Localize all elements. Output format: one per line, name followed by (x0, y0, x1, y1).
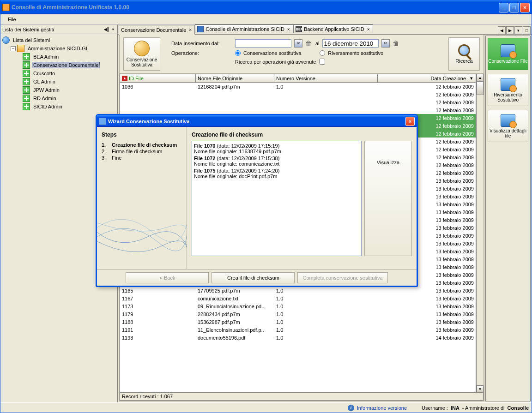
action-icon (501, 78, 515, 91)
sidebar-item[interactable]: RD Admin (2, 94, 115, 102)
role-label: - Amministratore di (462, 405, 505, 411)
th-versione[interactable]: Numero Versione (274, 74, 378, 82)
scroll-thumb[interactable] (477, 81, 484, 95)
sidebar-menu-icon[interactable]: ▾ (110, 26, 115, 32)
tab-close-icon[interactable]: × (188, 27, 193, 32)
table-row[interactable]: 1193documento55196.pdf1.014 febbraio 200… (120, 334, 476, 341)
titlebar: Consolle di Amministrazione Unificata 1.… (0, 0, 532, 14)
tab[interactable]: BEABackend Applicativo SICID× (293, 24, 373, 33)
tab-prev-icon[interactable]: ◀ (498, 26, 506, 34)
action-button[interactable]: Riversamento Sostitutivo (488, 74, 528, 106)
radio-conservazione[interactable] (235, 50, 241, 56)
table-row[interactable]: 1167comunicazione.txt1.013 febbraio 2009 (120, 294, 476, 302)
wizard-step: 2.Firma file di checksum (102, 148, 182, 155)
tree-group[interactable]: − Amministrazione SICID-GL (2, 44, 115, 53)
plus-icon (23, 103, 30, 110)
tree-root[interactable]: Lista dei Sistemi (2, 36, 115, 44)
version-info-link[interactable]: Informazione versione (357, 405, 407, 411)
wizard-dialog: Wizard Conservazione Sostitutiva × Steps… (96, 114, 418, 287)
back-button[interactable]: < Back (126, 272, 209, 283)
tab-close-icon[interactable]: × (286, 27, 291, 32)
tab[interactable]: Consolle di Amministrazione SICID× (195, 24, 293, 33)
radio-riversamento-label: Riversamento sostitutivo (328, 50, 383, 56)
table-row[interactable]: 12 febbraio 2009 (120, 98, 476, 106)
complete-button[interactable]: Completa conservazione sostitutiva (297, 272, 387, 283)
sidebar-item[interactable]: BEA Admin (2, 53, 115, 61)
tab-next-icon[interactable]: ▶ (506, 26, 514, 34)
globe-icon (2, 36, 10, 44)
sidebar-item[interactable]: Conservazione Documentale (2, 61, 115, 69)
disc-icon (134, 41, 150, 56)
steps-header: Steps (102, 132, 182, 138)
table-row[interactable]: 118815362987.pdf.p7m1.013 febbraio 2009 (120, 318, 476, 326)
plus-icon (23, 53, 30, 60)
app-name: Consolle (508, 405, 529, 411)
th-idfile[interactable]: ▲ID File (120, 74, 196, 82)
sidebar-item[interactable]: SICID Admin (2, 102, 115, 111)
scroll-up-icon[interactable]: ▲ (477, 74, 484, 81)
checksum-file-list[interactable]: File 1070 (data: 12/02/2009 17:15:19)Nom… (192, 141, 362, 256)
tab-close-icon[interactable]: × (366, 27, 371, 32)
clear-from-icon[interactable]: 🗑 (305, 40, 313, 47)
sort-asc-icon: ▲ (122, 76, 127, 81)
th-nome[interactable]: Nome File Originale (196, 74, 274, 82)
sidebar-title: Lista dei Sistemi gestiti (2, 27, 103, 32)
date-to-input[interactable] (322, 39, 379, 48)
scroll-down-icon[interactable]: ▼ (477, 385, 484, 393)
tab-max-icon[interactable]: □ (523, 26, 531, 34)
dialog-titlebar: Wizard Conservazione Sostitutiva × (97, 115, 417, 127)
collapse-icon[interactable]: − (11, 46, 16, 51)
table-row[interactable]: 116517709925.pdf.p7m1.013 febbraio 2009 (120, 287, 476, 294)
table-row[interactable]: 117922882434.pdf.p7m1.013 febbraio 2009 (120, 310, 476, 318)
wizard-content-title: Creazione file di checksum (192, 132, 412, 138)
radio-riversamento[interactable] (320, 50, 325, 56)
search-button[interactable]: Ricerca (448, 37, 480, 71)
date-to-label: al (315, 41, 320, 46)
sidebar-item[interactable]: Cruscotto (2, 69, 115, 78)
calendar-from-icon[interactable]: 16 (294, 39, 302, 48)
table-row[interactable]: 12 febbraio 2009 (120, 90, 476, 98)
window-title: Consolle di Amministrazione Unificata 1.… (12, 4, 499, 11)
th-options-icon[interactable]: ▾ (468, 74, 476, 82)
sidebar-collapse-icon[interactable]: ◀∥ (103, 26, 111, 32)
tab[interactable]: Conservazione Documentale× (119, 25, 195, 35)
info-icon[interactable]: i (348, 405, 354, 411)
table-row[interactable]: 119111_ElencoInsinuazioni.pdf.p..1.013 f… (120, 326, 476, 334)
menubar: File (0, 14, 532, 24)
plus-icon (23, 95, 30, 102)
date-from-label: Data Inserimento dal: (171, 41, 232, 46)
maximize-button[interactable]: □ (509, 3, 519, 12)
create-checksum-button[interactable]: Crea il file di checksum (212, 272, 295, 283)
folder-icon (17, 45, 24, 52)
wizard-step: 3.Fine (102, 155, 182, 161)
action-button[interactable]: Conservazione File (488, 38, 528, 70)
calendar-to-icon[interactable]: 16 (381, 39, 390, 48)
dialog-close-button[interactable]: × (405, 117, 415, 126)
visualizza-button[interactable]: Visualizza (364, 141, 412, 256)
table-row[interactable]: 103612168204.pdf.p7m1.012 febbraio 2009 (120, 83, 476, 90)
sidebar-item[interactable]: JPW Admin (2, 86, 115, 94)
close-button[interactable]: × (520, 3, 530, 12)
table-row[interactable]: 117309_RinunciaInsinuazione.pd..1.013 fe… (120, 302, 476, 310)
th-data[interactable]: Data Creazione (378, 74, 468, 82)
dialog-icon (99, 118, 106, 125)
plus-icon (23, 61, 30, 69)
app-tab-icon (197, 26, 204, 32)
sidebar-item[interactable]: GL Admin (2, 78, 115, 86)
menu-file[interactable]: File (4, 15, 20, 24)
clear-to-icon[interactable]: 🗑 (393, 40, 400, 47)
action-button[interactable]: Visualizza dettagli file (488, 110, 528, 142)
wizard-content: Creazione file di checksum File 1070 (da… (187, 127, 417, 269)
table-header: ▲ID File Nome File Originale Numero Vers… (120, 74, 476, 83)
tab-list-icon[interactable]: ▾ (514, 26, 522, 34)
conservazione-sostitutiva-button[interactable]: Conservazione Sostitutiva (123, 37, 160, 71)
action-icon (501, 44, 515, 57)
ricerca-avvenute-label: Ricerca per operazioni già avvenute (235, 59, 316, 65)
date-from-input[interactable] (235, 39, 291, 48)
search-icon (458, 44, 470, 56)
table-row[interactable]: 12 febbraio 2009 (120, 106, 476, 114)
ricerca-avvenute-checkbox[interactable] (319, 59, 325, 65)
app-icon (2, 4, 10, 11)
minimize-button[interactable]: _ (499, 3, 508, 12)
vertical-scrollbar[interactable]: ▲ ▼ (476, 74, 484, 393)
